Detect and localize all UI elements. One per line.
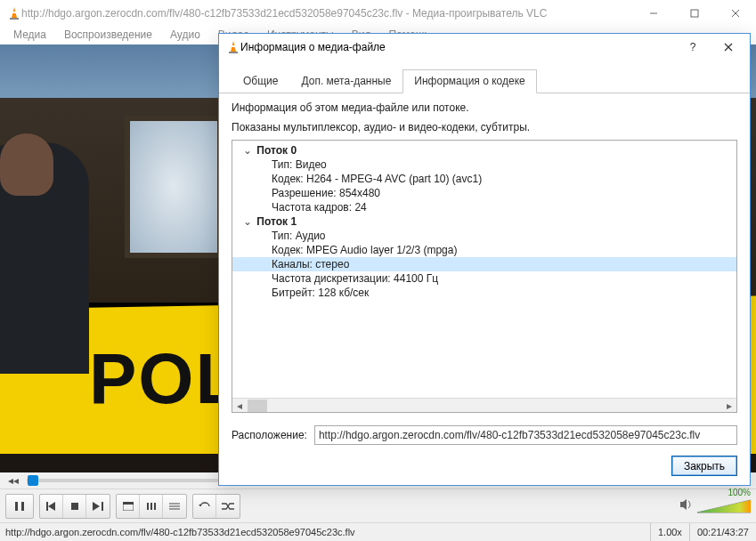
tab-codec[interactable]: Информация о кодеке <box>402 69 536 93</box>
svg-rect-1 <box>12 12 17 13</box>
info-line-1: Информация об этом медиа-файле или поток… <box>232 101 737 115</box>
stream-header[interactable]: ⌄ Поток 0 <box>232 143 736 157</box>
svg-marker-10 <box>48 502 55 511</box>
statusbar: http://hdgo.argon.zerocdn.com/flv/480-c1… <box>0 522 756 541</box>
svg-rect-16 <box>147 503 149 510</box>
svg-marker-22 <box>199 505 202 506</box>
stream-property[interactable]: Разрешение: 854x480 <box>232 186 736 200</box>
tab-general[interactable]: Общие <box>232 69 289 93</box>
svg-rect-18 <box>154 503 156 510</box>
tree-hscroll[interactable]: ◂ ▸ <box>232 398 736 412</box>
tab-metadata[interactable]: Доп. мета-данные <box>289 69 402 93</box>
pause-button[interactable] <box>6 495 33 518</box>
status-time: 00:21/43:27 <box>689 523 756 541</box>
stream-property[interactable]: Кодек: MPEG Audio layer 1/2/3 (mpga) <box>232 243 736 257</box>
status-speed[interactable]: 1.00x <box>650 523 689 541</box>
stop-button[interactable] <box>63 495 86 518</box>
stream-property[interactable]: Частота дискретизации: 44100 Гц <box>232 271 736 286</box>
svg-rect-8 <box>21 502 24 511</box>
svg-rect-2 <box>10 18 19 20</box>
svg-rect-11 <box>71 503 78 510</box>
stream-property[interactable]: Тип: Видео <box>232 157 736 172</box>
svg-marker-12 <box>93 502 100 511</box>
dialog-help-button[interactable]: ? <box>675 35 711 60</box>
svg-rect-9 <box>46 502 48 511</box>
step-back-icon[interactable]: ◂◂ <box>5 472 21 489</box>
dialog-tabs: Общие Доп. мета-данные Информация о коде… <box>219 61 750 93</box>
svg-rect-13 <box>102 502 103 511</box>
playlist-button[interactable] <box>163 495 186 518</box>
svg-rect-4 <box>691 10 698 17</box>
svg-rect-15 <box>123 502 134 505</box>
scroll-left-icon[interactable]: ◂ <box>232 399 247 413</box>
controlbar: 100% <box>0 489 756 522</box>
svg-rect-7 <box>15 502 18 511</box>
close-button[interactable]: Закрыть <box>671 456 737 476</box>
stream-property[interactable]: Битрейт: 128 кб/сек <box>232 286 736 300</box>
info-line-2: Показаны мультиплексор, аудио- и видео-к… <box>232 120 737 134</box>
main-titlebar: http://hdgo.argon.zerocdn.com/flv/480-c1… <box>0 0 756 27</box>
menu-media[interactable]: Медиа <box>5 27 54 44</box>
scroll-thumb[interactable] <box>248 400 267 412</box>
media-info-dialog: Информация о медиа-файле ? Общие Доп. ме… <box>218 33 751 486</box>
svg-rect-17 <box>150 503 152 510</box>
stream-property[interactable]: Кодек: H264 - MPEG-4 AVC (part 10) (avc1… <box>232 172 736 186</box>
status-path: http://hdgo.argon.zerocdn.com/flv/480-c1… <box>0 527 650 537</box>
minimize-button[interactable] <box>633 0 674 27</box>
stream-property[interactable]: Каналы: стерео <box>232 257 736 271</box>
prev-button[interactable] <box>40 495 63 518</box>
codec-tree[interactable]: ⌄ Поток 0Тип: ВидеоКодек: H264 - MPEG-4 … <box>232 140 737 413</box>
next-button[interactable] <box>86 495 110 518</box>
mute-icon[interactable] <box>679 498 694 513</box>
dialog-title: Информация о медиа-файле <box>240 41 675 53</box>
chevron-down-icon[interactable]: ⌄ <box>241 215 254 228</box>
dialog-close-button[interactable] <box>711 35 746 60</box>
stream-header[interactable]: ⌄ Поток 1 <box>232 214 736 229</box>
vlc-icon <box>226 40 240 54</box>
menu-audio[interactable]: Аудио <box>162 27 208 44</box>
location-label: Расположение: <box>232 429 307 441</box>
main-title: http://hdgo.argon.zerocdn.com/flv/480-c1… <box>21 7 633 20</box>
vlc-icon <box>7 6 21 20</box>
volume-slider[interactable]: 100% <box>697 498 751 514</box>
close-button[interactable] <box>715 0 756 27</box>
svg-rect-27 <box>231 45 236 47</box>
svg-rect-28 <box>229 52 238 53</box>
seek-thumb[interactable] <box>28 475 38 486</box>
ext-settings-button[interactable] <box>140 495 163 518</box>
location-input[interactable] <box>314 425 737 445</box>
chevron-down-icon[interactable]: ⌄ <box>241 144 254 157</box>
dialog-titlebar[interactable]: Информация о медиа-файле ? <box>219 34 750 61</box>
stream-property[interactable]: Тип: Аудио <box>232 229 736 243</box>
stream-property[interactable]: Частота кадров: 24 <box>232 200 736 214</box>
svg-marker-23 <box>680 499 687 510</box>
menu-playback[interactable]: Воспроизведение <box>56 27 160 44</box>
loop-button[interactable] <box>193 495 216 518</box>
scroll-right-icon[interactable]: ▸ <box>722 399 736 413</box>
maximize-button[interactable] <box>674 0 715 27</box>
fullscreen-button[interactable] <box>117 495 140 518</box>
volume-label: 100% <box>728 488 751 497</box>
shuffle-button[interactable] <box>216 495 240 518</box>
